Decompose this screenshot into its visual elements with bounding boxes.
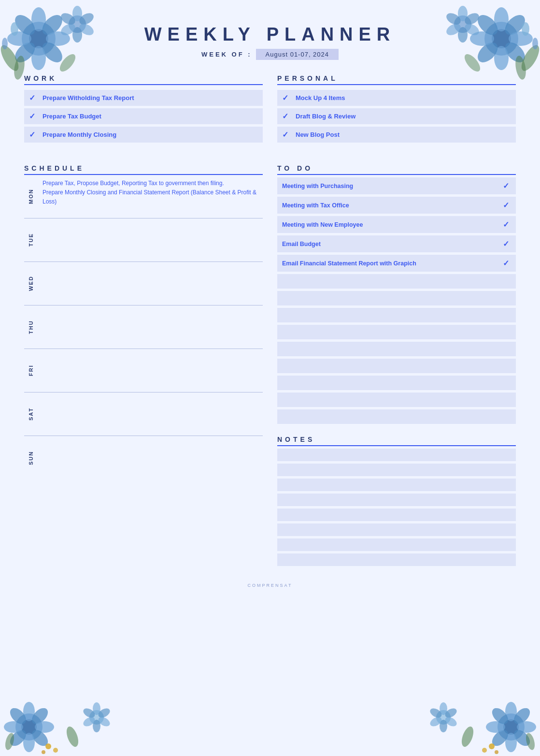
work-item-1: ✓ Prepare Witholding Tax Report xyxy=(24,90,263,106)
svg-point-56 xyxy=(89,710,104,725)
svg-point-79 xyxy=(440,702,447,715)
svg-point-61 xyxy=(82,715,97,728)
svg-point-70 xyxy=(517,721,536,733)
svg-point-54 xyxy=(64,725,81,748)
svg-point-64 xyxy=(53,748,58,753)
day-label-fri: FRI xyxy=(24,349,38,392)
week-of-row: WEEK OF : August 01-07, 2024 xyxy=(24,49,516,60)
work-personal-grid: WORK ✓ Prepare Witholding Tax Report ✓ P… xyxy=(24,74,516,160)
svg-point-49 xyxy=(29,727,51,749)
svg-point-73 xyxy=(489,727,511,749)
day-label-sat: SAT xyxy=(24,393,38,436)
schedule-row-tue: TUE xyxy=(24,218,263,262)
check-icon-3: ✓ xyxy=(29,130,38,139)
svg-point-83 xyxy=(428,715,443,728)
svg-point-45 xyxy=(21,719,37,735)
svg-point-44 xyxy=(15,713,43,741)
todo-check-5: ✓ xyxy=(500,259,511,268)
todo-check-2: ✓ xyxy=(500,201,511,210)
svg-point-82 xyxy=(440,720,447,732)
svg-point-57 xyxy=(93,702,100,715)
day-label-thu: THU xyxy=(24,305,38,349)
todo-notes-column: TO DO Meeting with Purchasing ✓ Meeting … xyxy=(277,164,516,568)
work-item-3-text: Prepare Monthly Closing xyxy=(43,131,116,138)
day-label-sun: SUN xyxy=(24,436,38,480)
todo-empty-8 xyxy=(277,393,516,407)
notes-section-title: NOTES xyxy=(277,436,516,446)
notes-line-6 xyxy=(277,523,516,536)
svg-point-60 xyxy=(93,720,100,732)
todo-section-title: TO DO xyxy=(277,164,516,175)
svg-point-65 xyxy=(42,750,45,754)
work-section-title: WORK xyxy=(24,74,263,85)
schedule-todo-grid: SCHEDULE MON Prepare Tax, Propose Budget… xyxy=(24,164,516,568)
personal-section-title: PERSONAL xyxy=(277,74,516,85)
svg-point-74 xyxy=(486,721,505,733)
schedule-content-thu xyxy=(38,305,263,349)
notes-line-3 xyxy=(277,479,516,491)
schedule-section: SCHEDULE MON Prepare Tax, Propose Budget… xyxy=(24,164,263,568)
svg-point-77 xyxy=(525,732,537,751)
svg-point-63 xyxy=(45,743,51,749)
svg-point-85 xyxy=(489,743,495,749)
svg-point-75 xyxy=(489,705,511,727)
schedule-content-wed xyxy=(38,262,263,305)
header: WEEKLY PLANNER WEEK OF : August 01-07, 2… xyxy=(24,10,516,65)
schedule-row-sun: SUN xyxy=(24,436,263,480)
work-item-2-text: Prepare Tax Budget xyxy=(43,113,101,120)
schedule-row-wed: WED xyxy=(24,262,263,305)
week-date: August 01-07, 2024 xyxy=(256,49,339,60)
svg-point-78 xyxy=(436,710,451,725)
todo-check-1: ✓ xyxy=(500,181,511,190)
svg-point-84 xyxy=(428,707,443,720)
schedule-section-title: SCHEDULE xyxy=(24,164,263,175)
todo-row-3: Meeting with New Employee ✓ xyxy=(277,216,516,233)
todo-check-3: ✓ xyxy=(500,220,511,229)
floral-bottom-left-decoration xyxy=(0,669,135,756)
check-icon-p2: ✓ xyxy=(282,112,291,121)
svg-point-46 xyxy=(23,702,35,721)
todo-empty-7 xyxy=(277,376,516,390)
todo-empty-9 xyxy=(277,409,516,424)
todo-empty-3 xyxy=(277,308,516,322)
work-item-3: ✓ Prepare Monthly Closing xyxy=(24,127,263,143)
floral-bottom-right-decoration xyxy=(405,669,540,756)
personal-section: PERSONAL ✓ Mock Up 4 Items ✓ Draft Blog … xyxy=(277,74,516,145)
svg-point-69 xyxy=(511,705,533,727)
check-icon-p1: ✓ xyxy=(282,93,291,102)
todo-row-2: Meeting with Tax Office ✓ xyxy=(277,197,516,214)
todo-text-4: Email Budget xyxy=(282,241,321,247)
todo-row-5: Email Financial Statement Report with Gr… xyxy=(277,255,516,272)
day-label-tue: TUE xyxy=(24,218,38,262)
svg-point-47 xyxy=(29,705,51,727)
svg-point-62 xyxy=(82,707,97,720)
svg-point-81 xyxy=(443,715,458,728)
schedule-row-thu: THU xyxy=(24,305,263,349)
svg-point-50 xyxy=(23,733,35,752)
page-title: WEEKLY PLANNER xyxy=(24,24,516,45)
svg-point-86 xyxy=(482,748,487,753)
check-icon-p3: ✓ xyxy=(282,130,291,139)
todo-section: TO DO Meeting with Purchasing ✓ Meeting … xyxy=(277,164,516,424)
svg-point-48 xyxy=(35,721,54,733)
day-label-wed: WED xyxy=(24,262,38,305)
schedule-row-mon: MON Prepare Tax, Propose Budget, Reporti… xyxy=(24,175,263,218)
notes-line-8 xyxy=(277,553,516,566)
personal-item-3: ✓ New Blog Post xyxy=(277,127,516,143)
svg-point-51 xyxy=(7,727,29,749)
day-label-mon: MON xyxy=(24,175,38,218)
svg-point-68 xyxy=(505,702,517,721)
todo-text-1: Meeting with Purchasing xyxy=(282,183,353,189)
schedule-content-sun xyxy=(38,436,263,480)
personal-item-1: ✓ Mock Up 4 Items xyxy=(277,90,516,106)
svg-point-52 xyxy=(4,721,23,733)
todo-empty-4 xyxy=(277,325,516,339)
watermark: COMPRENSAT xyxy=(24,583,516,588)
page-container: WEEKLY PLANNER WEEK OF : August 01-07, 2… xyxy=(0,0,540,607)
todo-row-1: Meeting with Purchasing ✓ xyxy=(277,177,516,194)
todo-row-4: Email Budget ✓ xyxy=(277,235,516,252)
svg-point-67 xyxy=(503,719,519,735)
notes-section: NOTES xyxy=(277,436,516,566)
todo-text-3: Meeting with New Employee xyxy=(282,221,363,228)
todo-text-5: Email Financial Statement Report with Gr… xyxy=(282,260,416,267)
